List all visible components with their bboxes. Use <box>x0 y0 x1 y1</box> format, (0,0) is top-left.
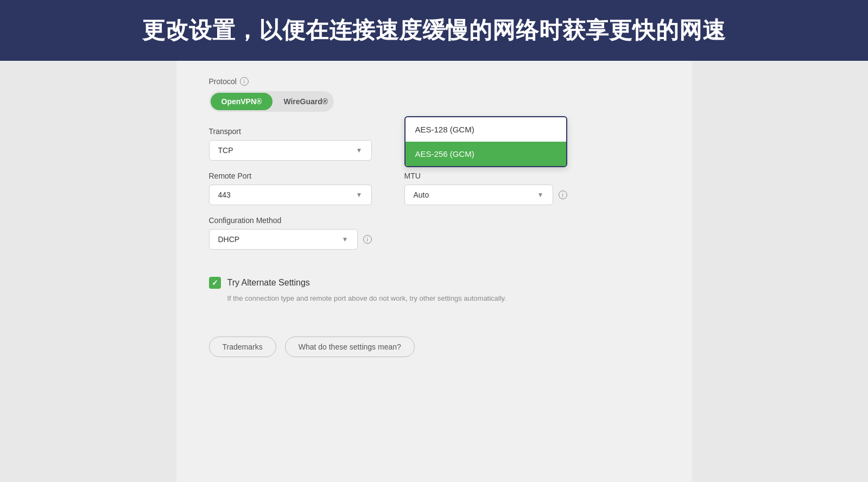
main-card: Protocol i OpenVPN® WireGuard® Transport… <box>176 61 692 482</box>
transport-cipher-row: Transport TCP ▼ AES-128 (GCM) AES-256 (G… <box>209 127 660 161</box>
remote-port-label: Remote Port <box>209 172 372 180</box>
try-alternate-settings-label: Try Alternate Settings <box>227 278 310 288</box>
transport-value: TCP <box>218 146 233 155</box>
config-method-row: Configuration Method DHCP ▼ i <box>209 216 660 250</box>
config-method-info-icon[interactable]: i <box>363 235 372 244</box>
transport-select[interactable]: TCP ▼ <box>209 140 372 161</box>
remote-port-select[interactable]: 443 ▼ <box>209 185 372 205</box>
try-alternate-settings-section: ✓ Try Alternate Settings If the connecti… <box>209 277 660 304</box>
remote-port-value: 443 <box>218 191 231 199</box>
try-alternate-settings-description: If the connection type and remote port a… <box>227 293 660 304</box>
mtu-field-row: Auto ▼ i <box>404 185 567 205</box>
mtu-value: Auto <box>414 191 429 199</box>
trademarks-button[interactable]: Trademarks <box>209 337 276 357</box>
config-method-chevron-icon: ▼ <box>342 236 349 243</box>
config-method-field-row: DHCP ▼ i <box>209 229 372 250</box>
mtu-label: MTU <box>404 172 567 180</box>
mtu-select[interactable]: Auto ▼ <box>404 185 553 205</box>
protocol-wireguard-button[interactable]: WireGuard® <box>273 93 339 110</box>
protocol-label-text: Protocol <box>209 77 237 86</box>
protocol-toggle: OpenVPN® WireGuard® <box>209 91 334 112</box>
protocol-info-icon[interactable]: i <box>240 77 249 86</box>
what-do-settings-mean-button[interactable]: What do these settings mean? <box>285 337 415 357</box>
mtu-info-icon[interactable]: i <box>559 191 567 199</box>
mtu-chevron-icon: ▼ <box>537 191 544 199</box>
cipher-option-aes256[interactable]: AES-256 (GCM) <box>406 142 566 166</box>
cipher-dropdown: AES-128 (GCM) AES-256 (GCM) <box>404 116 567 167</box>
config-method-value: DHCP <box>218 235 240 244</box>
protocol-label: Protocol i <box>209 77 660 86</box>
banner-text: 更改设置，以便在连接速度缓慢的网络时获享更快的网速 <box>33 15 835 46</box>
remote-port-mtu-row: Remote Port 443 ▼ MTU Auto ▼ i <box>209 172 660 205</box>
transport-group: Transport TCP ▼ <box>209 127 372 161</box>
try-alternate-settings-row: ✓ Try Alternate Settings <box>209 277 660 289</box>
try-alternate-settings-checkbox[interactable]: ✓ <box>209 277 221 289</box>
banner: 更改设置，以便在连接速度缓慢的网络时获享更快的网速 <box>0 0 868 61</box>
cipher-option-aes128[interactable]: AES-128 (GCM) <box>406 117 566 142</box>
remote-port-group: Remote Port 443 ▼ <box>209 172 372 205</box>
protocol-openvpn-button[interactable]: OpenVPN® <box>211 93 273 110</box>
bottom-buttons: Trademarks What do these settings mean? <box>209 337 660 357</box>
cipher-dropdown-container: AES-128 (GCM) AES-256 (GCM) <box>404 116 567 167</box>
mtu-group: MTU Auto ▼ i <box>404 172 567 205</box>
checkmark-icon: ✓ <box>212 278 218 287</box>
config-method-select[interactable]: DHCP ▼ <box>209 229 358 250</box>
transport-chevron-icon: ▼ <box>356 147 363 154</box>
remote-port-chevron-icon: ▼ <box>356 191 363 199</box>
config-method-group: Configuration Method DHCP ▼ i <box>209 216 372 250</box>
config-method-label: Configuration Method <box>209 216 372 225</box>
transport-label: Transport <box>209 127 372 136</box>
